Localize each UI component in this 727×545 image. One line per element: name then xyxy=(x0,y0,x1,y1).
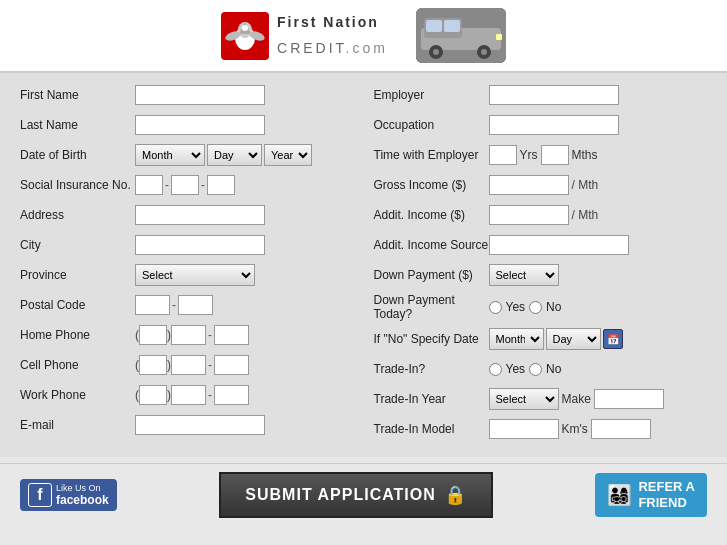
yes-label: Yes xyxy=(506,300,526,314)
form-col-left: First Name Last Name Date of Birth Month… xyxy=(20,83,354,447)
trade-in-model-input[interactable] xyxy=(489,419,559,439)
home-phone-label: Home Phone xyxy=(20,328,135,342)
postal-row: Postal Code - xyxy=(20,293,354,317)
down-payment-today-yes-radio[interactable] xyxy=(489,301,502,314)
submit-label: SUBMIT APPLICATION xyxy=(245,486,435,504)
postal-sep: - xyxy=(172,298,176,312)
svg-point-3 xyxy=(242,25,248,31)
truck-image xyxy=(416,8,506,63)
gross-income-per-mth: / Mth xyxy=(572,178,599,192)
employer-mths-input[interactable] xyxy=(541,145,569,165)
addit-income-label: Addit. Income ($) xyxy=(374,208,489,222)
employer-yrs-input[interactable] xyxy=(489,145,517,165)
gross-income-row: Gross Income ($) / Mth xyxy=(374,173,708,197)
last-name-input[interactable] xyxy=(135,115,265,135)
home-phone-area[interactable] xyxy=(139,325,167,345)
trade-in-yes-radio[interactable] xyxy=(489,363,502,376)
friend-label: FRIEND xyxy=(638,495,695,511)
refer-label: REFER A xyxy=(638,479,695,495)
city-input[interactable] xyxy=(135,235,265,255)
footer: f Like Us On facebook SUBMIT APPLICATION… xyxy=(0,463,727,526)
employer-input[interactable] xyxy=(489,85,619,105)
refer-friend-button[interactable]: 👨‍👩‍👧‍👦 REFER A FRIEND xyxy=(595,473,707,516)
down-payment-select[interactable]: Select $0$500$1000 $2000$5000 xyxy=(489,264,559,286)
fb-like-label: Like Us On xyxy=(56,483,101,493)
logo-brand-line1: First Nation xyxy=(277,14,379,30)
svg-point-14 xyxy=(481,49,487,55)
trade-in-year-label: Trade-In Year xyxy=(374,392,489,406)
postal-part1[interactable] xyxy=(135,295,170,315)
mths-label: Mths xyxy=(572,148,598,162)
cell-phone-row: Cell Phone ( ) - xyxy=(20,353,354,377)
trade-in-yes-label: Yes xyxy=(506,362,526,376)
province-row: Province Select ABBCMB NBNLNS ONQCSK xyxy=(20,263,354,287)
addit-income-source-label: Addit. Income Source xyxy=(374,238,489,252)
dob-year-select[interactable]: Year 20001999199019801970 xyxy=(264,144,312,166)
dob-month-select[interactable]: Month JanuaryFebruaryMarch AprilMayJune … xyxy=(135,144,205,166)
work-phone-line[interactable] xyxy=(214,385,249,405)
facebook-button[interactable]: f Like Us On facebook xyxy=(20,479,117,511)
yrs-label: Yrs xyxy=(520,148,538,162)
calendar-icon[interactable]: 📅 xyxy=(603,329,623,349)
address-input[interactable] xyxy=(135,205,265,225)
city-label: City xyxy=(20,238,135,252)
addit-income-input[interactable] xyxy=(489,205,569,225)
email-row: E-mail xyxy=(20,413,354,437)
trade-in-make-input[interactable] xyxy=(594,389,664,409)
sin-sep1: - xyxy=(165,178,169,192)
down-payment-today-label: Down Payment Today? xyxy=(374,293,489,321)
specify-date-day-select[interactable]: Day 123 xyxy=(546,328,601,350)
addit-income-per-mth: / Mth xyxy=(572,208,599,222)
time-employer-row: Time with Employer Yrs Mths xyxy=(374,143,708,167)
gross-income-input[interactable] xyxy=(489,175,569,195)
work-phone-area[interactable] xyxy=(139,385,167,405)
sin-part3[interactable] xyxy=(207,175,235,195)
down-payment-label: Down Payment ($) xyxy=(374,268,489,282)
dob-day-select[interactable]: Day 12345 678910 xyxy=(207,144,262,166)
no-label: No xyxy=(546,300,561,314)
occupation-input[interactable] xyxy=(489,115,619,135)
email-label: E-mail xyxy=(20,418,135,432)
down-payment-row: Down Payment ($) Select $0$500$1000 $200… xyxy=(374,263,708,287)
work-phone-row: Work Phone ( ) - xyxy=(20,383,354,407)
address-label: Address xyxy=(20,208,135,222)
cell-phone-line[interactable] xyxy=(214,355,249,375)
work-phone-prefix[interactable] xyxy=(171,385,206,405)
form-area: First Name Last Name Date of Birth Month… xyxy=(0,73,727,457)
province-select[interactable]: Select ABBCMB NBNLNS ONQCSK xyxy=(135,264,255,286)
trade-in-radio: Yes No xyxy=(489,362,562,376)
specify-date-month-select[interactable]: Month JanuaryFebruaryMarch AprilMayJune xyxy=(489,328,544,350)
postal-label: Postal Code xyxy=(20,298,135,312)
addit-income-row: Addit. Income ($) / Mth xyxy=(374,203,708,227)
cell-phone-prefix[interactable] xyxy=(171,355,206,375)
email-input[interactable] xyxy=(135,415,265,435)
logo-credit: CREDIT.com xyxy=(277,30,388,58)
home-phone-line[interactable] xyxy=(214,325,249,345)
trade-in-year-select[interactable]: Select 202420232022 202020152010 xyxy=(489,388,559,410)
postal-part2[interactable] xyxy=(178,295,213,315)
gross-income-label: Gross Income ($) xyxy=(374,178,489,192)
submit-application-button[interactable]: SUBMIT APPLICATION 🔒 xyxy=(219,472,492,518)
home-phone-prefix[interactable] xyxy=(171,325,206,345)
trade-in-model-label: Trade-In Model xyxy=(374,422,489,436)
addit-income-source-input[interactable] xyxy=(489,235,629,255)
trade-in-no-radio[interactable] xyxy=(529,363,542,376)
trade-in-kms-input[interactable] xyxy=(591,419,651,439)
trade-in-year-row: Trade-In Year Select 202420232022 202020… xyxy=(374,387,708,411)
address-row: Address xyxy=(20,203,354,227)
trade-in-row: Trade-In? Yes No xyxy=(374,357,708,381)
occupation-label: Occupation xyxy=(374,118,489,132)
last-name-label: Last Name xyxy=(20,118,135,132)
svg-rect-15 xyxy=(496,34,502,40)
sin-part2[interactable] xyxy=(171,175,199,195)
trade-in-label: Trade-In? xyxy=(374,362,489,376)
cell-phone-area[interactable] xyxy=(139,355,167,375)
sin-part1[interactable] xyxy=(135,175,163,195)
employer-label: Employer xyxy=(374,88,489,102)
down-payment-today-no-radio[interactable] xyxy=(529,301,542,314)
home-phone-row: Home Phone ( ) - xyxy=(20,323,354,347)
first-name-input[interactable] xyxy=(135,85,265,105)
svg-point-12 xyxy=(433,49,439,55)
sin-label: Social Insurance No. xyxy=(20,178,135,192)
lock-icon: 🔒 xyxy=(444,484,467,506)
